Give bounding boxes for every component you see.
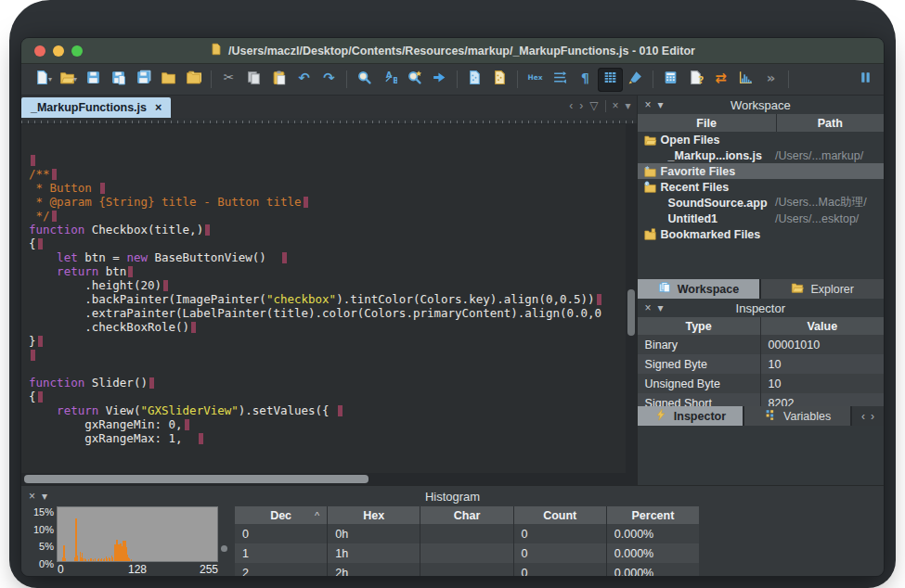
explorer-folder-icon	[791, 281, 804, 297]
pane-menu-icon[interactable]: ▾	[626, 99, 631, 112]
workspace-row[interactable]: Favorite Files	[638, 163, 884, 179]
histogram-table-rows: 00h00.000%11h00.000%22h00.000%33h00.000%	[235, 524, 699, 577]
save-button[interactable]	[81, 68, 106, 92]
script-yellow-button[interactable]	[487, 68, 512, 92]
open-file-button[interactable]: ▾	[56, 68, 81, 92]
dropdown-chevron-icon[interactable]: ▾	[73, 75, 77, 83]
next-tab-icon[interactable]: ›	[579, 99, 583, 112]
zoom-window-button[interactable]	[71, 45, 83, 57]
tab-variables[interactable]: Variables	[744, 406, 850, 426]
code-text: * Button	[29, 181, 98, 195]
calculator-button[interactable]	[658, 68, 683, 92]
code-line	[29, 348, 637, 362]
workspace-row[interactable]: _Markup...ions.js/Users/...markup/	[638, 147, 884, 163]
find-button[interactable]	[352, 68, 377, 92]
newline-marker	[38, 336, 43, 347]
minimize-window-button[interactable]	[53, 45, 64, 57]
undo-button[interactable]: ↶	[291, 68, 317, 92]
scroll-arrow-icon[interactable]: ›	[871, 410, 874, 423]
column-mode-icon	[602, 70, 618, 89]
vertical-scrollbar-thumb[interactable]	[627, 289, 635, 336]
compare-swap-button[interactable]: ⇄	[708, 68, 733, 92]
code-line: let btn = new BaseButtonView()	[29, 250, 637, 264]
redo-button[interactable]: ↷	[317, 68, 342, 92]
column-char[interactable]: Char	[420, 506, 512, 524]
close-window-button[interactable]	[34, 45, 45, 57]
workspace-row[interactable]: Untitled1/Users/...esktop/	[638, 211, 884, 226]
folder-closed-button[interactable]	[156, 68, 181, 92]
inspector-row[interactable]: Binary00001010	[638, 335, 884, 354]
save-as-button[interactable]	[106, 68, 131, 92]
find-in-files-button[interactable]	[402, 68, 427, 92]
paste-button[interactable]	[266, 68, 291, 92]
horizontal-scrollbar[interactable]	[21, 473, 637, 485]
histogram-table-row[interactable]: 11h00.000%	[235, 543, 699, 563]
tab-inspector[interactable]: Inspector	[638, 406, 743, 426]
code-text: {	[29, 236, 36, 250]
column-type[interactable]: Type	[638, 317, 760, 335]
goto-arrow-button[interactable]	[427, 68, 452, 92]
device-frame: /Users/maczl/Desktop/Contents/Resources/…	[9, 0, 896, 588]
prev-tab-icon[interactable]: ‹	[569, 99, 573, 112]
newline-marker	[304, 197, 308, 208]
histogram-table: Dec^HexCharCountPercent 00h00.000%11h00.…	[235, 506, 699, 577]
workspace-row[interactable]: Bookmarked Files	[638, 226, 884, 242]
close-pane-icon[interactable]: ×	[613, 99, 619, 112]
vertical-scrollbar[interactable]	[626, 124, 637, 473]
column-path[interactable]: Path	[777, 114, 884, 132]
column-value[interactable]: Value	[761, 317, 884, 335]
save-all-button[interactable]	[131, 68, 156, 92]
workspace-row[interactable]: Open Files	[638, 132, 884, 147]
tab-markupfunctions[interactable]: _MarkupFunctions.js ×	[21, 97, 171, 118]
histogram-cell: 2	[235, 563, 327, 577]
title-bar[interactable]: /Users/maczl/Desktop/Contents/Resources/…	[21, 38, 884, 64]
show-whitespace-button[interactable]: ¶	[573, 68, 598, 92]
tab-list-icon[interactable]: ▽	[589, 99, 598, 112]
inspector-row[interactable]: Unsigned Byte10	[638, 374, 884, 393]
folder-multi-button[interactable]	[181, 68, 206, 92]
hex-mode-button[interactable]: Hex	[523, 68, 548, 92]
histogram-table-row[interactable]: 22h00.000%	[235, 563, 699, 577]
more-chevrons-button[interactable]: »	[758, 68, 783, 92]
histogram-table-row[interactable]: 00h00.000%	[235, 524, 699, 543]
script-blue-button[interactable]	[462, 68, 487, 92]
tab-close-icon[interactable]: ×	[155, 101, 162, 114]
code-text: BaseButtonView()	[148, 250, 280, 264]
workspace-row[interactable]: SoundSource.app/Users...Mac助理/	[638, 195, 884, 211]
cut-button[interactable]: ✂	[216, 68, 241, 92]
tab-workspace[interactable]: Workspace	[638, 279, 760, 299]
tab-explorer[interactable]: Explorer	[761, 279, 884, 299]
replace-button[interactable]: AB	[377, 68, 402, 92]
scroll-arrow-icon[interactable]: ‹	[861, 410, 865, 423]
folder-favorite-icon	[643, 165, 657, 178]
code-text: function	[29, 376, 84, 390]
copy-button[interactable]	[241, 68, 266, 92]
column-percent[interactable]: Percent	[607, 506, 699, 524]
column-mode-button[interactable]	[598, 68, 623, 92]
dropdown-chevron-icon[interactable]: ▾	[48, 75, 52, 83]
new-file-button[interactable]: ▾	[31, 68, 56, 92]
splitter-handle[interactable]	[221, 545, 227, 552]
inspector-row[interactable]: Signed Short8202	[638, 393, 884, 406]
inspector-row[interactable]: Signed Byte10	[638, 354, 884, 374]
file-label: Untitled1	[668, 212, 718, 225]
code-line: * @param {String} title - Button title	[29, 195, 637, 209]
pause-button[interactable]	[853, 68, 878, 92]
column-hex[interactable]: Hex	[328, 506, 420, 524]
file-label: SoundSource.app	[668, 197, 768, 210]
workspace-row[interactable]: Recent Files	[638, 179, 884, 195]
check-template-button[interactable]: ?	[683, 68, 708, 92]
tab-scroll-arrows[interactable]: ‹›	[852, 406, 884, 426]
highlighter-button[interactable]	[623, 68, 648, 92]
inspector-column-headers: Type Value	[638, 317, 884, 335]
word-wrap-button[interactable]	[548, 68, 573, 92]
column-file[interactable]: File	[638, 114, 776, 132]
column-count[interactable]: Count	[514, 506, 606, 524]
code-editor[interactable]: /** * Button * @param {String} title - B…	[21, 124, 637, 473]
type-cell: Unsigned Byte	[638, 374, 760, 393]
column-dec[interactable]: Dec^	[235, 506, 327, 524]
horizontal-scrollbar-thumb[interactable]	[24, 475, 368, 483]
side-panels: ×▾ Workspace File Path Open Files_Markup…	[637, 96, 884, 485]
histogram-chart-button[interactable]	[733, 68, 758, 92]
toolbar: ▾▾✂↶↷ABHex¶?⇄»	[21, 64, 884, 96]
